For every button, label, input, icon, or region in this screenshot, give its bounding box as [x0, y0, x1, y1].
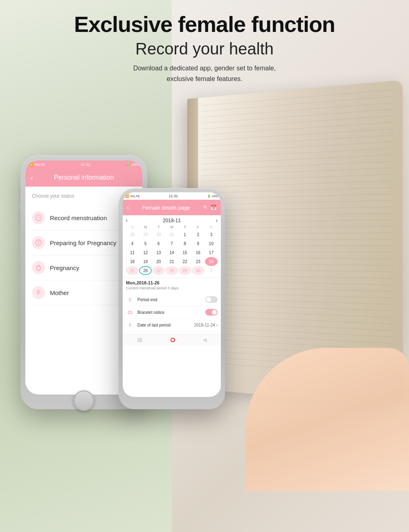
signal-left: 📶 VoLTE [29, 162, 45, 167]
cal-day-9[interactable]: 9 [192, 239, 204, 248]
home-button-left[interactable] [74, 390, 94, 411]
cal-week-1: 28 29 30 31 1 2 3 [126, 230, 218, 239]
edit-icon[interactable]: ✎ [203, 205, 207, 210]
day-fri: F [191, 225, 204, 229]
side-button-left2 [19, 209, 20, 225]
cal-day-23[interactable]: 23 [192, 257, 204, 266]
cal-day-30[interactable]: 30 [192, 266, 204, 275]
cal-day-17[interactable]: 17 [205, 248, 218, 257]
description: Download a dedicated app, gender set to … [0, 63, 409, 84]
day-mon: M [139, 225, 152, 229]
nav-title-left: Personal information [54, 174, 114, 181]
phone-right-body: 📶 VoLTE 11:31 🔋 24% ‹ Female details pag… [119, 188, 225, 409]
cal-day-2[interactable]: 2 [192, 230, 204, 239]
battery-right: 🔋 24% [207, 194, 218, 198]
cal-nav-bar: ‹ Female details page ✎ 📅 [123, 200, 221, 215]
cal-week-4: 18 19 20 21 22 23 24 [126, 257, 218, 266]
cal-day-28prev[interactable]: 28 [126, 230, 139, 239]
menu-icon-preparing [32, 236, 45, 249]
cal-day-25[interactable]: 25 [126, 266, 139, 275]
nav-circle[interactable]: ⭕ [170, 338, 175, 342]
cal-day-7[interactable]: 7 [165, 239, 178, 248]
cal-day-1next[interactable]: 1 [205, 266, 218, 275]
menu-icon-record [32, 211, 45, 224]
day-tue: T [152, 225, 165, 229]
cal-day-8[interactable]: 8 [179, 239, 191, 248]
desc-line1: Download a dedicated app, gender set to … [133, 65, 276, 72]
cal-back-button[interactable]: ‹ [127, 204, 129, 211]
cal-day-11[interactable]: 11 [126, 248, 139, 257]
cal-day-27[interactable]: 27 [152, 266, 165, 275]
period-end-label: Period end [137, 298, 205, 302]
menstrual-info: Current menstrual period 3 days [126, 286, 218, 290]
day-wed: W [165, 225, 178, 229]
cal-day-29prev[interactable]: 29 [139, 230, 152, 239]
calendar-icon[interactable]: 📅 [211, 205, 217, 210]
svg-point-0 [36, 215, 41, 221]
cal-day-20[interactable]: 20 [152, 257, 165, 266]
cal-day-29[interactable]: 29 [179, 266, 191, 275]
prev-month[interactable]: ‹ [126, 218, 128, 223]
cal-day-12[interactable]: 12 [139, 248, 152, 257]
cal-month-nav: ‹ 2018-11 › [126, 218, 218, 223]
last-period-label: Date of last period [137, 323, 194, 327]
status-bar-left: 📶 VoLTE 11:31 🔋 24% [25, 160, 142, 169]
nav-square[interactable]: ⬜ [137, 338, 142, 342]
cal-day-15[interactable]: 15 [179, 248, 191, 257]
cal-day-1[interactable]: 1 [179, 230, 191, 239]
cal-week-3: 11 12 13 14 15 16 17 [126, 248, 218, 257]
main-title: Exclusive female function [0, 12, 409, 36]
nav-back-triangle[interactable]: ◁ [203, 338, 207, 342]
month-label: 2018-11 [163, 218, 181, 223]
days-header: S M T W T F S [126, 225, 218, 229]
cal-day-5[interactable]: 5 [139, 239, 152, 248]
period-end-option: Period end [126, 293, 218, 306]
period-end-toggle[interactable] [205, 296, 218, 303]
cal-day-10[interactable]: 10 [205, 239, 218, 248]
next-month[interactable]: › [216, 218, 218, 223]
bracelet-option: Bracelet notice [126, 306, 218, 319]
cal-day-31prev[interactable]: 31 [165, 230, 178, 239]
cal-nav-icons: ✎ 📅 [203, 205, 217, 210]
header-section: Exclusive female function Record your he… [0, 12, 409, 84]
status-bar-right: 📶 VoLTE 11:31 🔋 24% [123, 192, 221, 200]
cal-day-19[interactable]: 19 [139, 257, 152, 266]
cal-day-4[interactable]: 4 [126, 239, 139, 248]
cal-day-26-selected[interactable]: 26 [139, 266, 152, 275]
time-right: 11:31 [169, 194, 178, 198]
bracelet-toggle[interactable] [205, 309, 218, 316]
battery-left: 🔋 24% [126, 162, 139, 167]
cal-day-3[interactable]: 3 [205, 230, 218, 239]
side-button-left1 [19, 188, 20, 205]
svg-rect-7 [128, 311, 132, 314]
desc-line2: exclusive female features. [167, 75, 243, 82]
period-end-icon [126, 295, 134, 304]
menu-icon-pregnancy [32, 261, 45, 274]
back-button-left[interactable]: ‹ [30, 173, 33, 183]
calendar-area: ‹ 2018-11 › S M T W T F S 28 29 3 [123, 215, 221, 277]
svg-point-5 [38, 290, 40, 292]
cal-day-13[interactable]: 13 [152, 248, 165, 257]
selected-date: Mon,2018-11-26 [126, 280, 218, 285]
day-thu: T [178, 225, 191, 229]
bracelet-label: Bracelet notice [137, 310, 205, 315]
cal-day-18[interactable]: 18 [126, 257, 139, 266]
bracelet-icon [126, 308, 134, 316]
cal-week-2: 4 5 6 7 8 9 10 [126, 239, 218, 248]
cal-day-14[interactable]: 14 [165, 248, 178, 257]
last-period-icon [126, 321, 134, 329]
cal-day-21[interactable]: 21 [165, 257, 178, 266]
last-period-option[interactable]: Date of last period 2018-11-24 › [126, 319, 218, 331]
phone-right: 📶 VoLTE 11:31 🔋 24% ‹ Female details pag… [119, 188, 225, 409]
svg-point-2 [38, 241, 39, 242]
cal-day-30prev[interactable]: 30 [152, 230, 165, 239]
cal-day-6[interactable]: 6 [152, 239, 165, 248]
cal-week-5: 25 26 27 28 29 30 1 [126, 266, 218, 275]
cal-nav-title: Female details page [142, 205, 190, 211]
cal-day-24[interactable]: 24 [205, 257, 218, 266]
cal-day-22[interactable]: 22 [179, 257, 191, 266]
cal-day-16[interactable]: 16 [192, 248, 204, 257]
cal-day-28[interactable]: 28 [165, 266, 178, 275]
day-sun: S [126, 225, 139, 229]
android-nav: ⬜ ⭕ ◁ [123, 334, 221, 345]
